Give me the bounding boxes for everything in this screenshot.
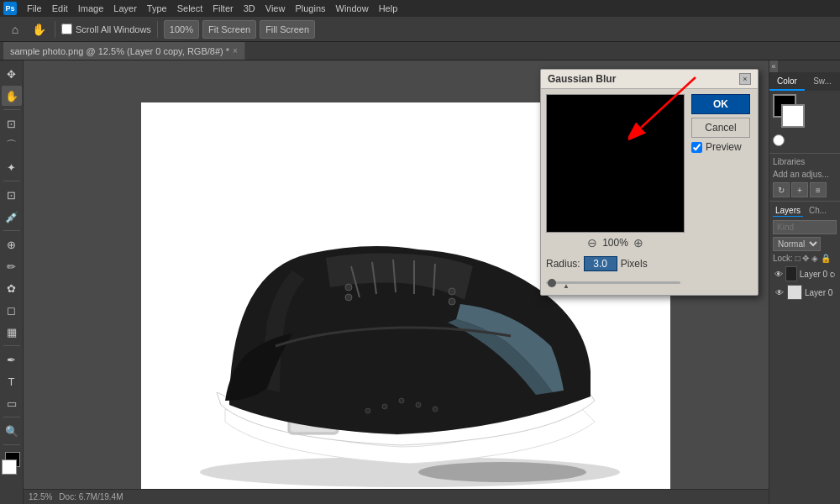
- svg-point-9: [345, 284, 352, 291]
- doc-size-status: Doc: 6.7M/19.4M: [59, 492, 123, 501]
- layer-name-1: Layer 0: [805, 288, 832, 297]
- preview-area: ⊖ 100% ⊕ Radius: Pixels ▲: [546, 94, 685, 290]
- libraries-menu-button[interactable]: ≡: [810, 182, 827, 197]
- svg-point-18: [418, 462, 586, 482]
- layer-eye-0[interactable]: 👁: [774, 270, 783, 279]
- tool-separator-2: [3, 181, 20, 181]
- menu-edit[interactable]: Edit: [47, 0, 73, 17]
- document-tab-title: sample photo.png @ 12.5% (Layer 0 copy, …: [10, 46, 229, 56]
- magic-wand-tool[interactable]: ✦: [2, 157, 22, 177]
- menu-help[interactable]: Help: [374, 0, 403, 17]
- dialog-close-button[interactable]: ×: [739, 73, 751, 85]
- scroll-all-windows-input[interactable]: [61, 24, 72, 34]
- menu-filter[interactable]: Filter: [207, 0, 238, 17]
- zoom-status: 12.5%: [29, 492, 52, 501]
- clone-tool[interactable]: ✿: [2, 278, 22, 298]
- channels-tab[interactable]: Ch...: [806, 205, 829, 217]
- hand-tool-button[interactable]: ✋: [29, 19, 49, 39]
- menu-image[interactable]: Image: [73, 0, 109, 17]
- document-tab[interactable]: sample photo.png @ 12.5% (Layer 0 copy, …: [3, 42, 245, 60]
- zoom-out-icon[interactable]: ⊖: [587, 236, 597, 249]
- tab-bar: sample photo.png @ 12.5% (Layer 0 copy, …: [0, 42, 840, 60]
- color-circle[interactable]: [773, 134, 785, 146]
- color-panel-tabs: Color Sw...: [769, 72, 840, 91]
- toolbar: ⌂ ✋ Scroll All Windows 100% Fit Screen F…: [0, 17, 840, 42]
- menu-layer[interactable]: Layer: [108, 0, 142, 17]
- color-tab[interactable]: Color: [769, 72, 805, 91]
- left-toolbox: ✥ ✋ ⊡ ⌒ ✦ ⊡ 💉 ⊕ ✏ ✿ ◻ ▦ ✒ T ▭ 🔍: [0, 60, 24, 504]
- ok-button[interactable]: OK: [691, 94, 750, 114]
- radius-slider-container: ▲: [546, 275, 685, 290]
- menu-type[interactable]: Type: [142, 0, 172, 17]
- svg-point-15: [382, 404, 387, 409]
- preview-controls: ⊖ 100% ⊕: [546, 236, 685, 249]
- shape-tool[interactable]: ▭: [2, 393, 22, 413]
- layer-row-copy[interactable]: 👁 Layer 0 copy: [773, 265, 837, 283]
- canvas-area: Gaussian Blur × ⊖ 100% ⊕ Radius:: [24, 60, 769, 504]
- libraries-section: Libraries Add an adjus... ↻ + ≡: [769, 153, 840, 201]
- marquee-tool[interactable]: ⊡: [2, 113, 22, 134]
- swatches-tab[interactable]: Sw...: [805, 72, 840, 91]
- hand-tool[interactable]: ✋: [2, 86, 22, 106]
- preview-checkbox-label[interactable]: Preview: [691, 141, 750, 153]
- eyedropper-tool[interactable]: 💉: [2, 207, 22, 227]
- libraries-refresh-button[interactable]: ↻: [773, 182, 790, 197]
- blend-mode-row: Normal: [773, 237, 837, 251]
- layer-row-base[interactable]: 👁 Layer 0: [773, 283, 837, 302]
- scroll-all-windows-checkbox[interactable]: Scroll All Windows: [61, 24, 151, 34]
- zoom-percent-button[interactable]: 100%: [164, 20, 199, 39]
- slider-arrow: ▲: [563, 282, 570, 290]
- svg-point-14: [416, 402, 421, 407]
- dialog-actions: OK Cancel Preview: [691, 94, 750, 290]
- crop-tool[interactable]: ⊡: [2, 185, 22, 205]
- background-swatch[interactable]: [781, 104, 805, 128]
- menu-3d[interactable]: 3D: [239, 0, 260, 17]
- document-tab-close[interactable]: ×: [233, 46, 238, 55]
- color-panel: [769, 91, 840, 150]
- tool-separator-6: [3, 444, 20, 445]
- fill-screen-button[interactable]: Fill Screen: [260, 20, 315, 39]
- layers-tab[interactable]: Layers: [773, 205, 803, 217]
- svg-point-11: [449, 288, 455, 295]
- home-button[interactable]: ⌂: [5, 19, 25, 39]
- menu-file[interactable]: File: [22, 0, 47, 17]
- svg-point-17: [365, 408, 370, 413]
- brush-tool[interactable]: ✏: [2, 256, 22, 276]
- healing-tool[interactable]: ⊕: [2, 234, 22, 255]
- gradient-tool[interactable]: ▦: [2, 322, 22, 342]
- zoom-in-icon[interactable]: ⊕: [633, 236, 643, 249]
- layer-thumb-1: [787, 285, 802, 300]
- svg-point-13: [399, 398, 404, 403]
- libraries-add-button[interactable]: +: [791, 182, 808, 197]
- menu-plugins[interactable]: Plugins: [290, 0, 330, 17]
- lasso-tool[interactable]: ⌒: [2, 135, 22, 155]
- menu-window[interactable]: Window: [331, 0, 374, 17]
- fit-screen-button[interactable]: Fit Screen: [202, 20, 256, 39]
- layer-name-0: Layer 0 copy: [800, 270, 835, 279]
- layer-kind-input[interactable]: [773, 220, 837, 234]
- toolbar-separator-2: [157, 21, 158, 38]
- pixels-label: Pixels: [621, 258, 648, 270]
- libraries-add-label: Add an adjus...: [773, 170, 837, 179]
- layer-eye-1[interactable]: 👁: [774, 288, 785, 297]
- layers-section: Layers Ch... Normal Lock: □ ✥ ◈ 🔒 👁 Laye…: [769, 201, 840, 504]
- menu-select[interactable]: Select: [172, 0, 208, 17]
- cancel-button[interactable]: Cancel: [691, 118, 750, 138]
- radius-input[interactable]: [584, 256, 617, 271]
- tool-separator-5: [3, 417, 20, 417]
- menu-view[interactable]: View: [260, 0, 291, 17]
- toolbar-separator-1: [55, 21, 55, 38]
- background-color[interactable]: [2, 459, 17, 475]
- text-tool[interactable]: T: [2, 371, 22, 391]
- dialog-body: ⊖ 100% ⊕ Radius: Pixels ▲ OK: [541, 89, 758, 295]
- panel-collapse-arrow[interactable]: «: [769, 60, 778, 72]
- preview-checkbox[interactable]: [691, 142, 702, 153]
- eraser-tool[interactable]: ◻: [2, 300, 22, 320]
- pen-tool[interactable]: ✒: [2, 349, 22, 370]
- gaussian-blur-dialog: Gaussian Blur × ⊖ 100% ⊕ Radius:: [540, 69, 759, 296]
- menu-bar: Ps File Edit Image Layer Type Select Fil…: [0, 0, 840, 17]
- zoom-tool[interactable]: 🔍: [2, 421, 22, 441]
- dialog-title-bar[interactable]: Gaussian Blur ×: [541, 70, 758, 89]
- move-tool[interactable]: ✥: [2, 64, 22, 84]
- blend-mode-select[interactable]: Normal: [773, 237, 821, 251]
